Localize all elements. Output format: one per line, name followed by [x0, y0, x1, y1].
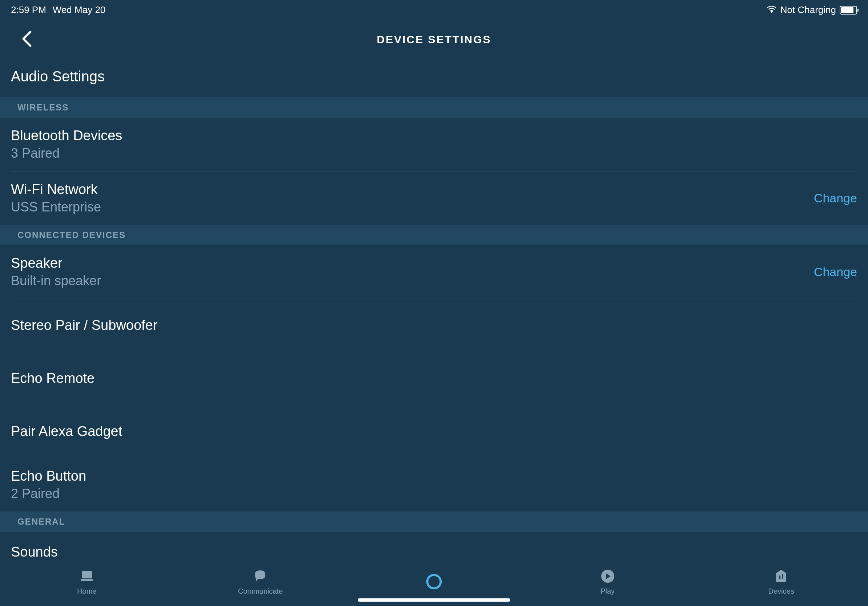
alexa-icon: [426, 574, 442, 590]
speaker-title: Speaker: [11, 255, 101, 271]
tab-home[interactable]: Home: [0, 557, 174, 606]
tab-play[interactable]: Play: [521, 557, 694, 606]
stereo-pair-title: Stereo Pair / Subwoofer: [11, 317, 157, 333]
stereo-pair-row[interactable]: Stereo Pair / Subwoofer: [0, 299, 868, 352]
wifi-title: Wi-Fi Network: [11, 182, 101, 197]
home-icon: [79, 568, 95, 584]
tab-play-label: Play: [600, 587, 615, 595]
speaker-row[interactable]: Speaker Built-in speaker Change: [0, 245, 868, 298]
wifi-subtitle: USS Enterprise: [11, 199, 101, 215]
svg-rect-1: [81, 579, 93, 581]
section-header-general: GENERAL: [0, 512, 868, 532]
echo-remote-row[interactable]: Echo Remote: [0, 352, 868, 405]
status-bar: 2:59 PM Wed May 20 Not Charging: [0, 0, 868, 20]
sounds-title: Sounds: [11, 544, 58, 557]
wifi-change-button[interactable]: Change: [814, 191, 857, 205]
nav-header: DEVICE SETTINGS: [0, 20, 868, 63]
tab-communicate-label: Communicate: [238, 587, 283, 595]
sounds-row[interactable]: Sounds: [0, 532, 868, 557]
status-date: Wed May 20: [53, 5, 105, 15]
svg-rect-5: [782, 574, 783, 579]
speaker-subtitle: Built-in speaker: [11, 273, 101, 289]
page-subtitle: Audio Settings: [0, 63, 868, 97]
devices-icon: [773, 568, 789, 584]
communicate-icon: [252, 568, 268, 584]
section-header-connected: CONNECTED DEVICES: [0, 225, 868, 245]
pair-gadget-title: Pair Alexa Gadget: [11, 424, 122, 439]
page-title: DEVICE SETTINGS: [377, 33, 491, 46]
play-icon: [600, 568, 616, 584]
echo-button-row[interactable]: Echo Button 2 Paired: [0, 458, 868, 512]
bluetooth-devices-row[interactable]: Bluetooth Devices 3 Paired: [0, 118, 868, 171]
bluetooth-subtitle: 3 Paired: [11, 146, 122, 161]
wifi-icon: [767, 5, 777, 15]
settings-content: WIRELESS Bluetooth Devices 3 Paired Wi-F…: [0, 97, 868, 557]
charging-status: Not Charging: [780, 5, 836, 15]
tab-devices[interactable]: Devices: [694, 557, 868, 606]
svg-rect-0: [82, 571, 92, 578]
bluetooth-title: Bluetooth Devices: [11, 128, 122, 144]
pair-gadget-row[interactable]: Pair Alexa Gadget: [0, 405, 868, 458]
back-button[interactable]: [18, 27, 36, 52]
svg-point-2: [428, 575, 441, 589]
svg-rect-4: [779, 575, 780, 579]
tab-home-label: Home: [77, 587, 96, 595]
section-header-wireless: WIRELESS: [0, 97, 868, 118]
echo-button-subtitle: 2 Paired: [11, 486, 86, 501]
status-time: 2:59 PM: [11, 5, 46, 15]
tab-devices-label: Devices: [769, 587, 794, 595]
wifi-network-row[interactable]: Wi-Fi Network USS Enterprise Change: [0, 172, 868, 225]
echo-button-title: Echo Button: [11, 468, 86, 484]
echo-remote-title: Echo Remote: [11, 371, 95, 386]
home-indicator[interactable]: [358, 598, 510, 601]
tab-communicate[interactable]: Communicate: [174, 557, 347, 606]
battery-icon: [840, 6, 857, 14]
speaker-change-button[interactable]: Change: [814, 265, 857, 279]
